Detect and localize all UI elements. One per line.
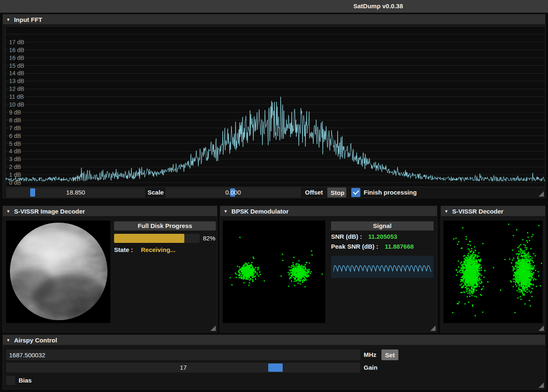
fft-scale-value: 18.850 (6, 188, 145, 197)
set-button[interactable]: Set (381, 349, 398, 360)
full-disk-progress-bar (114, 234, 200, 243)
collapse-arrow-icon: ▼ (6, 338, 10, 342)
full-disk-image-box (6, 221, 110, 323)
bias-checkbox[interactable] (6, 376, 15, 385)
collapse-arrow-icon: ▼ (6, 17, 10, 22)
svissr-header-label: S-VISSR Decoder (452, 208, 503, 215)
gain-label: Gain (364, 363, 377, 373)
airspy-header[interactable]: ▼ Airspy Control (3, 335, 545, 345)
fft-plot: 17 dB16 dB16 dB15 dB14 dB13 dB12 dB11 dB… (5, 26, 546, 187)
frequency-input[interactable] (6, 349, 360, 360)
progress-fill (114, 234, 184, 243)
fft-db-label: 0 dB (9, 179, 21, 186)
fft-spectrum (6, 26, 545, 187)
collapse-arrow-icon: ▼ (6, 209, 10, 214)
peak-snr-label: Peak SNR (dB) : (331, 242, 378, 251)
snr-waveform-box (331, 256, 434, 278)
fft-db-label: 3 dB (9, 155, 21, 163)
full-disk-progress-header: Full Disk Progress (114, 221, 216, 230)
fft-db-label: 6 dB (9, 132, 21, 140)
fft-db-label: 10 dB (9, 101, 24, 108)
fft-db-label: 17 dB (9, 38, 24, 46)
fft-db-label: 15 dB (9, 62, 24, 69)
snr-value: 11.205053 (368, 233, 397, 241)
fft-db-label: 5 dB (9, 140, 21, 147)
image-decoder-header-label: S-VISSR Image Decoder (14, 208, 85, 215)
fft-offset-slider[interactable]: 0.000 (165, 188, 301, 197)
progress-percent-text: 82% (203, 234, 215, 243)
bpsk-header-label: BPSK Demodulator (231, 208, 288, 215)
fft-db-label: 2 dB (9, 163, 21, 171)
image-decoder-header[interactable]: ▼ S-VISSR Image Decoder (3, 206, 217, 216)
fft-db-label: 16 dB (9, 54, 24, 62)
title-bar: SatDump v0.0.38 (0, 0, 548, 13)
resize-grip[interactable] (538, 382, 544, 388)
collapse-arrow-icon: ▼ (224, 209, 228, 214)
image-decoder-window: ▼ S-VISSR Image Decoder (2, 206, 217, 333)
fft-db-label: 11 dB (9, 93, 24, 100)
fft-db-label: 16 dB (9, 46, 24, 54)
gain-value: 17 (6, 363, 360, 373)
snr-waveform (334, 256, 431, 278)
snr-label: SNR (dB) : (331, 233, 362, 241)
bpsk-constellation-box (223, 221, 325, 323)
gain-slider[interactable]: 17 (6, 363, 360, 373)
fft-db-label: 7 dB (9, 124, 21, 132)
bpsk-constellation (223, 221, 325, 323)
svissr-constellation (443, 221, 543, 323)
stop-button[interactable]: Stop (327, 188, 346, 197)
fft-window: ▼ Input FFT 17 dB16 dB16 dB15 dB14 dB13 … (2, 14, 546, 198)
fft-db-label: 12 dB (9, 85, 24, 93)
fft-header[interactable]: ▼ Input FFT (3, 14, 545, 24)
resize-grip[interactable] (210, 325, 216, 331)
fft-db-label: 8 dB (9, 116, 21, 124)
finish-processing-checkbox[interactable] (351, 188, 360, 197)
bpsk-demodulator-window: ▼ BPSK Demodulator Signal SNR (dB) : 11.… (220, 206, 437, 333)
svissr-decoder-window: ▼ S-VISSR Decoder (441, 206, 546, 333)
resize-grip[interactable] (538, 191, 544, 197)
fft-header-label: Input FFT (14, 16, 42, 23)
fft-db-label: 1 dB (9, 171, 21, 178)
peak-snr-value: 11.887668 (385, 242, 414, 251)
airspy-control-window: ▼ Airspy Control MHz Set 17 Gain Bias (2, 335, 546, 390)
collapse-arrow-icon: ▼ (444, 209, 448, 214)
fft-offset-value: 0.000 (165, 188, 301, 197)
signal-header: Signal (331, 221, 434, 230)
fft-db-label: 13 dB (9, 77, 24, 85)
svissr-constellation-box (443, 221, 543, 323)
bias-label: Bias (19, 375, 32, 385)
airspy-header-label: Airspy Control (14, 337, 57, 344)
earth-disk-image (6, 221, 110, 323)
resize-grip[interactable] (538, 325, 544, 331)
fft-scale-label: Scale (148, 188, 164, 197)
satdump-app: SatDump v0.0.38 ▼ Input FFT 17 dB16 dB16… (0, 0, 548, 392)
fft-db-label: 14 dB (9, 69, 24, 77)
fft-db-label: 4 dB (9, 147, 21, 155)
state-label: State : (114, 246, 133, 254)
frequency-unit-label: MHz (364, 350, 376, 360)
finish-processing-label: Finish processing (364, 188, 417, 197)
fft-offset-label: Offset (305, 188, 323, 197)
bpsk-header[interactable]: ▼ BPSK Demodulator (220, 206, 437, 216)
resize-grip[interactable] (430, 325, 436, 331)
fft-scale-slider[interactable]: 18.850 (6, 188, 145, 197)
svissr-header[interactable]: ▼ S-VISSR Decoder (441, 206, 545, 216)
app-title: SatDump v0.0.38 (353, 2, 403, 10)
state-value: Receiving... (141, 246, 175, 254)
fft-db-label: 9 dB (9, 109, 21, 116)
check-icon (353, 189, 359, 195)
